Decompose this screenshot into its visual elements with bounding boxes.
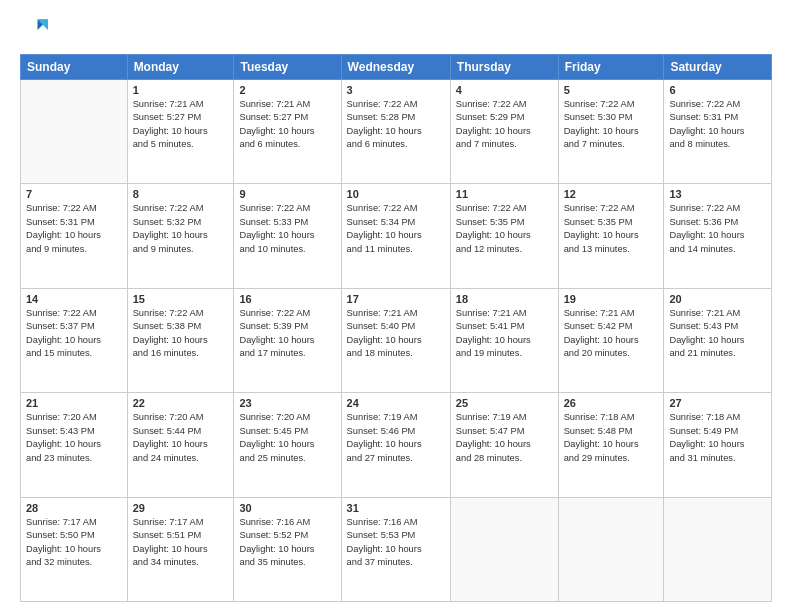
day-info: Sunrise: 7:22 AMSunset: 5:28 PMDaylight:… (347, 98, 445, 152)
day-number: 7 (26, 188, 122, 200)
day-number: 4 (456, 84, 553, 96)
day-info: Sunrise: 7:18 AMSunset: 5:49 PMDaylight:… (669, 411, 766, 465)
day-info: Sunrise: 7:17 AMSunset: 5:50 PMDaylight:… (26, 516, 122, 570)
col-header-thursday: Thursday (450, 55, 558, 80)
calendar-cell: 24Sunrise: 7:19 AMSunset: 5:46 PMDayligh… (341, 393, 450, 497)
day-info: Sunrise: 7:19 AMSunset: 5:47 PMDaylight:… (456, 411, 553, 465)
calendar-page: SundayMondayTuesdayWednesdayThursdayFrid… (0, 0, 792, 612)
day-number: 23 (239, 397, 335, 409)
day-number: 11 (456, 188, 553, 200)
calendar-cell: 16Sunrise: 7:22 AMSunset: 5:39 PMDayligh… (234, 288, 341, 392)
day-info: Sunrise: 7:22 AMSunset: 5:29 PMDaylight:… (456, 98, 553, 152)
day-number: 6 (669, 84, 766, 96)
week-row-2: 7Sunrise: 7:22 AMSunset: 5:31 PMDaylight… (21, 184, 772, 288)
day-info: Sunrise: 7:16 AMSunset: 5:53 PMDaylight:… (347, 516, 445, 570)
day-info: Sunrise: 7:22 AMSunset: 5:37 PMDaylight:… (26, 307, 122, 361)
col-header-sunday: Sunday (21, 55, 128, 80)
calendar-cell: 18Sunrise: 7:21 AMSunset: 5:41 PMDayligh… (450, 288, 558, 392)
day-info: Sunrise: 7:20 AMSunset: 5:44 PMDaylight:… (133, 411, 229, 465)
day-info: Sunrise: 7:21 AMSunset: 5:42 PMDaylight:… (564, 307, 659, 361)
calendar-cell: 7Sunrise: 7:22 AMSunset: 5:31 PMDaylight… (21, 184, 128, 288)
calendar-cell: 29Sunrise: 7:17 AMSunset: 5:51 PMDayligh… (127, 497, 234, 601)
day-number: 25 (456, 397, 553, 409)
day-number: 12 (564, 188, 659, 200)
calendar-cell: 13Sunrise: 7:22 AMSunset: 5:36 PMDayligh… (664, 184, 772, 288)
col-header-tuesday: Tuesday (234, 55, 341, 80)
day-number: 17 (347, 293, 445, 305)
col-header-friday: Friday (558, 55, 664, 80)
day-number: 30 (239, 502, 335, 514)
day-info: Sunrise: 7:21 AMSunset: 5:43 PMDaylight:… (669, 307, 766, 361)
day-info: Sunrise: 7:21 AMSunset: 5:27 PMDaylight:… (133, 98, 229, 152)
calendar-cell: 2Sunrise: 7:21 AMSunset: 5:27 PMDaylight… (234, 80, 341, 184)
calendar-cell: 6Sunrise: 7:22 AMSunset: 5:31 PMDaylight… (664, 80, 772, 184)
day-number: 26 (564, 397, 659, 409)
day-number: 14 (26, 293, 122, 305)
calendar-cell: 5Sunrise: 7:22 AMSunset: 5:30 PMDaylight… (558, 80, 664, 184)
day-number: 21 (26, 397, 122, 409)
day-info: Sunrise: 7:21 AMSunset: 5:41 PMDaylight:… (456, 307, 553, 361)
col-header-saturday: Saturday (664, 55, 772, 80)
calendar-cell: 17Sunrise: 7:21 AMSunset: 5:40 PMDayligh… (341, 288, 450, 392)
day-info: Sunrise: 7:22 AMSunset: 5:38 PMDaylight:… (133, 307, 229, 361)
calendar-cell: 26Sunrise: 7:18 AMSunset: 5:48 PMDayligh… (558, 393, 664, 497)
calendar-cell: 3Sunrise: 7:22 AMSunset: 5:28 PMDaylight… (341, 80, 450, 184)
logo (20, 16, 52, 44)
day-number: 9 (239, 188, 335, 200)
week-row-3: 14Sunrise: 7:22 AMSunset: 5:37 PMDayligh… (21, 288, 772, 392)
calendar-cell (664, 497, 772, 601)
day-info: Sunrise: 7:22 AMSunset: 5:35 PMDaylight:… (456, 202, 553, 256)
calendar-cell: 25Sunrise: 7:19 AMSunset: 5:47 PMDayligh… (450, 393, 558, 497)
day-info: Sunrise: 7:22 AMSunset: 5:33 PMDaylight:… (239, 202, 335, 256)
calendar-cell: 14Sunrise: 7:22 AMSunset: 5:37 PMDayligh… (21, 288, 128, 392)
calendar-cell (21, 80, 128, 184)
day-info: Sunrise: 7:16 AMSunset: 5:52 PMDaylight:… (239, 516, 335, 570)
day-number: 19 (564, 293, 659, 305)
calendar-cell (558, 497, 664, 601)
day-number: 2 (239, 84, 335, 96)
day-info: Sunrise: 7:21 AMSunset: 5:27 PMDaylight:… (239, 98, 335, 152)
day-number: 24 (347, 397, 445, 409)
day-info: Sunrise: 7:22 AMSunset: 5:36 PMDaylight:… (669, 202, 766, 256)
calendar-cell: 12Sunrise: 7:22 AMSunset: 5:35 PMDayligh… (558, 184, 664, 288)
day-number: 13 (669, 188, 766, 200)
day-number: 27 (669, 397, 766, 409)
day-info: Sunrise: 7:20 AMSunset: 5:45 PMDaylight:… (239, 411, 335, 465)
calendar-cell: 21Sunrise: 7:20 AMSunset: 5:43 PMDayligh… (21, 393, 128, 497)
day-number: 29 (133, 502, 229, 514)
week-row-5: 28Sunrise: 7:17 AMSunset: 5:50 PMDayligh… (21, 497, 772, 601)
calendar-cell: 10Sunrise: 7:22 AMSunset: 5:34 PMDayligh… (341, 184, 450, 288)
calendar-cell: 8Sunrise: 7:22 AMSunset: 5:32 PMDaylight… (127, 184, 234, 288)
day-number: 3 (347, 84, 445, 96)
day-info: Sunrise: 7:22 AMSunset: 5:34 PMDaylight:… (347, 202, 445, 256)
day-number: 15 (133, 293, 229, 305)
calendar-cell: 4Sunrise: 7:22 AMSunset: 5:29 PMDaylight… (450, 80, 558, 184)
day-info: Sunrise: 7:22 AMSunset: 5:31 PMDaylight:… (26, 202, 122, 256)
day-info: Sunrise: 7:18 AMSunset: 5:48 PMDaylight:… (564, 411, 659, 465)
calendar-cell: 23Sunrise: 7:20 AMSunset: 5:45 PMDayligh… (234, 393, 341, 497)
week-row-1: 1Sunrise: 7:21 AMSunset: 5:27 PMDaylight… (21, 80, 772, 184)
calendar-cell: 28Sunrise: 7:17 AMSunset: 5:50 PMDayligh… (21, 497, 128, 601)
calendar-cell: 15Sunrise: 7:22 AMSunset: 5:38 PMDayligh… (127, 288, 234, 392)
day-number: 10 (347, 188, 445, 200)
calendar-cell (450, 497, 558, 601)
day-number: 22 (133, 397, 229, 409)
calendar-table: SundayMondayTuesdayWednesdayThursdayFrid… (20, 54, 772, 602)
day-info: Sunrise: 7:22 AMSunset: 5:30 PMDaylight:… (564, 98, 659, 152)
calendar-cell: 31Sunrise: 7:16 AMSunset: 5:53 PMDayligh… (341, 497, 450, 601)
day-info: Sunrise: 7:22 AMSunset: 5:32 PMDaylight:… (133, 202, 229, 256)
day-number: 20 (669, 293, 766, 305)
day-number: 31 (347, 502, 445, 514)
calendar-cell: 11Sunrise: 7:22 AMSunset: 5:35 PMDayligh… (450, 184, 558, 288)
day-info: Sunrise: 7:22 AMSunset: 5:39 PMDaylight:… (239, 307, 335, 361)
calendar-cell: 9Sunrise: 7:22 AMSunset: 5:33 PMDaylight… (234, 184, 341, 288)
calendar-cell: 19Sunrise: 7:21 AMSunset: 5:42 PMDayligh… (558, 288, 664, 392)
day-number: 16 (239, 293, 335, 305)
day-number: 28 (26, 502, 122, 514)
header (20, 16, 772, 44)
day-info: Sunrise: 7:19 AMSunset: 5:46 PMDaylight:… (347, 411, 445, 465)
logo-icon (20, 16, 48, 44)
header-row: SundayMondayTuesdayWednesdayThursdayFrid… (21, 55, 772, 80)
calendar-cell: 22Sunrise: 7:20 AMSunset: 5:44 PMDayligh… (127, 393, 234, 497)
day-info: Sunrise: 7:17 AMSunset: 5:51 PMDaylight:… (133, 516, 229, 570)
